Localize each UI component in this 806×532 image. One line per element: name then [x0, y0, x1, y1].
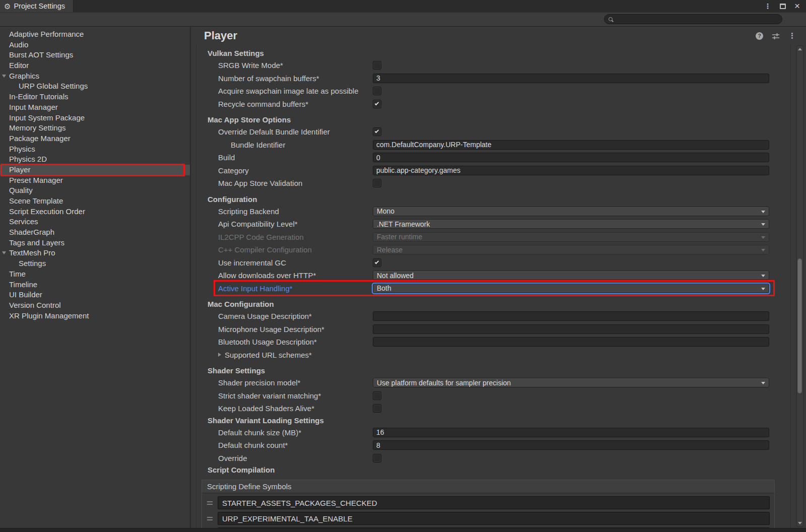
sidebar-item-input-manager[interactable]: Input Manager [0, 102, 190, 113]
title-bar: ⚙ Project Settings ⋮ × [0, 0, 806, 12]
sidebar-item-preset-manager[interactable]: Preset Manager [0, 175, 190, 186]
workspace: Adaptive PerformanceAudioBurst AOT Setti… [0, 26, 806, 528]
sidebar-item-quality[interactable]: Quality [0, 185, 190, 196]
microphone-usage-description-field[interactable] [373, 324, 769, 334]
setting-label: Mac App Store Validation [218, 179, 373, 187]
search-input[interactable] [616, 16, 778, 23]
setting-control [373, 404, 769, 413]
api-compatibility-level-dropdown[interactable]: .NET Framework [373, 219, 769, 229]
sidebar-item-settings[interactable]: Settings [0, 258, 190, 269]
sidebar-item-input-system-package[interactable]: Input System Package [0, 113, 190, 123]
drag-handle-icon[interactable] [202, 501, 218, 505]
sidebar-item-label: XR Plugin Management [9, 311, 89, 320]
vertical-scrollbar[interactable] [796, 45, 804, 527]
setting-label: Build [218, 153, 373, 162]
scroll-down-arrow-icon[interactable] [798, 522, 802, 524]
setting-control: Release [373, 245, 769, 254]
bluetooth-usage-description-field[interactable] [373, 337, 769, 347]
sidebar-item-memory-settings[interactable]: Memory Settings [0, 123, 190, 134]
drag-handle-icon[interactable] [202, 517, 218, 520]
sidebar-item-in-editor-tutorials[interactable]: In-Editor Tutorials [0, 92, 190, 102]
define-symbol-item: URP_EXPERIMENTAL_TAA_ENABLE [202, 512, 770, 525]
sidebar-item-label: Package Manager [9, 134, 71, 143]
foldout-collapsed-icon[interactable] [218, 353, 221, 357]
category-field[interactable] [373, 166, 769, 175]
sidebar-item-graphics[interactable]: Graphics [0, 71, 190, 82]
mac-app-store-validation-checkbox[interactable] [373, 179, 381, 187]
window-kebab-menu-icon[interactable]: ⋮ [764, 2, 771, 10]
dropdown-value: Release [377, 246, 402, 254]
sidebar-item-burst-aot-settings[interactable]: Burst AOT Settings [0, 50, 190, 60]
override-checkbox[interactable] [373, 454, 381, 462]
help-icon[interactable]: ? [756, 32, 763, 40]
setting-label: Allow downloads over HTTP* [218, 271, 373, 280]
chevron-down-icon [761, 249, 765, 251]
keep-loaded-shaders-alive-checkbox[interactable] [373, 404, 381, 413]
sidebar-item-package-manager[interactable]: Package Manager [0, 134, 190, 144]
setting-label: Acquire swapchain image late as possible [218, 87, 373, 95]
foldout-expanded-icon[interactable] [2, 75, 6, 78]
sidebar-item-label: Graphics [9, 72, 39, 80]
search-box[interactable] [604, 14, 782, 24]
sidebar-item-scene-template[interactable]: Scene Template [0, 196, 190, 207]
search-icon [609, 17, 613, 21]
dropdown-value: Mono [377, 207, 394, 215]
sidebar-item-physics[interactable]: Physics [0, 144, 190, 155]
bundle-identifier-field[interactable] [373, 140, 769, 150]
sidebar-item-textmesh-pro[interactable]: TextMesh Pro [0, 248, 190, 258]
sidebar-item-tags-and-layers[interactable]: Tags and Layers [0, 238, 190, 248]
default-chunk-count-field[interactable] [373, 440, 769, 450]
sidebar-item-services[interactable]: Services [0, 217, 190, 227]
number-of-swapchain-buffers-field[interactable] [373, 74, 769, 83]
sidebar-item-timeline[interactable]: Timeline [0, 280, 190, 290]
presets-icon[interactable] [772, 33, 780, 39]
setting-label: Scripting Backend [218, 207, 373, 216]
srgb-write-mode-checkbox[interactable] [373, 61, 381, 70]
default-chunk-size-mb-field[interactable] [373, 428, 769, 437]
active-input-handling-dropdown[interactable]: Both [373, 284, 769, 293]
setting-label: Keep Loaded Shaders Alive* [218, 404, 373, 413]
tab-project-settings[interactable]: ⚙ Project Settings [0, 0, 74, 12]
build-field[interactable] [373, 153, 769, 162]
define-symbols-list: STARTER_ASSETS_PACKAGES_CHECKEDURP_EXPER… [202, 493, 774, 528]
row-scripting-backend: Scripting BackendMono [208, 205, 769, 218]
section-title-mac-configuration: Mac Configuration [208, 299, 769, 310]
setting-control [373, 440, 769, 450]
use-incremental-gc-checkbox[interactable] [373, 258, 381, 267]
setting-control: Use platform defaults for sampler precis… [373, 378, 769, 387]
override-default-bundle-identifier-checkbox[interactable] [373, 127, 381, 136]
chevron-down-icon [761, 223, 765, 226]
close-icon[interactable]: × [794, 1, 800, 11]
sidebar-item-audio[interactable]: Audio [0, 40, 190, 50]
shader-precision-model-dropdown[interactable]: Use platform defaults for sampler precis… [373, 378, 769, 387]
sidebar-item-urp-global-settings[interactable]: URP Global Settings [0, 81, 190, 92]
setting-label: Strict shader variant matching* [218, 391, 373, 400]
sidebar-item-ui-builder[interactable]: UI Builder [0, 290, 190, 300]
define-symbol-field[interactable]: STARTER_ASSETS_PACKAGES_CHECKED [218, 496, 770, 509]
panel-kebab-menu-icon[interactable]: ⋮ [788, 31, 796, 40]
sidebar-item-adaptive-performance[interactable]: Adaptive Performance [0, 29, 190, 40]
allow-downloads-over-http-dropdown[interactable]: Not allowed [373, 271, 769, 280]
scroll-up-arrow-icon[interactable] [798, 48, 802, 50]
maximize-icon[interactable] [780, 4, 786, 9]
sidebar-item-label: Time [9, 270, 26, 278]
sidebar-item-physics-2d[interactable]: Physics 2D [0, 154, 190, 165]
sidebar-item-editor[interactable]: Editor [0, 60, 190, 71]
setting-control: Both [373, 284, 769, 293]
strict-shader-variant-matching-checkbox[interactable] [373, 391, 381, 400]
define-symbol-field[interactable]: URP_EXPERIMENTAL_TAA_ENABLE [218, 512, 770, 525]
scripting-backend-dropdown[interactable]: Mono [373, 207, 769, 216]
foldout-expanded-icon[interactable] [2, 251, 6, 254]
recycle-command-buffers-checkbox[interactable] [373, 100, 381, 108]
sidebar-item-time[interactable]: Time [0, 269, 190, 280]
camera-usage-description-field[interactable] [373, 311, 769, 321]
scrollbar-thumb[interactable] [797, 258, 802, 393]
section-title-mac-app-store-options: Mac App Store Options [208, 114, 769, 125]
acquire-swapchain-image-late-as-possible-checkbox[interactable] [373, 87, 381, 95]
sidebar-item-xr-plugin-management[interactable]: XR Plugin Management [0, 311, 190, 321]
sidebar-item-script-execution-order[interactable]: Script Execution Order [0, 207, 190, 217]
sidebar-item-player[interactable]: Player [0, 165, 190, 175]
setting-control [373, 454, 769, 462]
sidebar-item-version-control[interactable]: Version Control [0, 300, 190, 311]
sidebar-item-shadergraph[interactable]: ShaderGraph [0, 227, 190, 238]
